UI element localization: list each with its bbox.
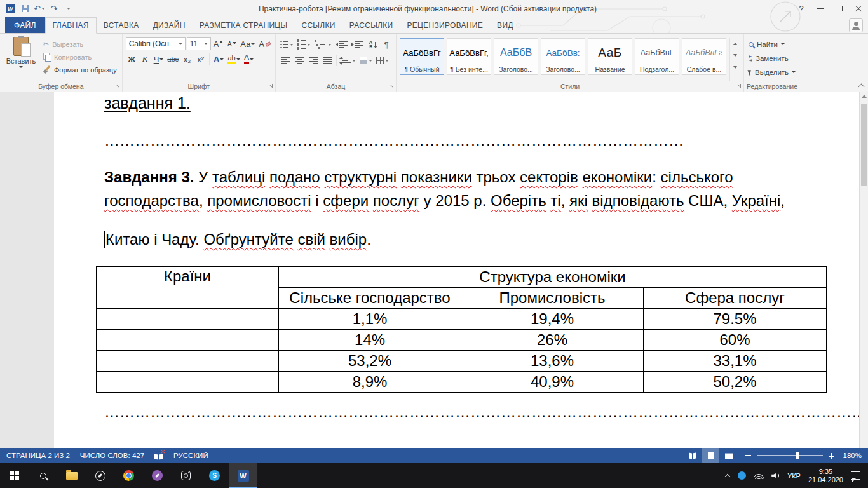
table-cell[interactable]: 40,9% [461, 372, 644, 393]
font-dialog-launcher[interactable] [268, 83, 274, 90]
word-app-icon[interactable]: W [3, 2, 17, 16]
table-header-cell[interactable]: Країни [97, 267, 279, 309]
tray-app-icon[interactable] [738, 471, 746, 480]
align-center-button[interactable] [293, 54, 306, 67]
table-cell[interactable]: 60% [644, 330, 827, 351]
sort-button[interactable]: АЯ [366, 38, 379, 51]
strikethrough-button[interactable]: abc [166, 53, 180, 65]
superscript-button[interactable]: x² [194, 53, 207, 65]
volume-icon[interactable] [771, 472, 780, 480]
style-tile[interactable]: АаБбВвГПодзагол... [635, 38, 679, 75]
read-mode-button[interactable] [684, 448, 700, 463]
highlight-color-button[interactable]: ab [226, 53, 241, 65]
grow-font-button[interactable]: А [212, 37, 225, 50]
change-case-button[interactable]: Аа [239, 37, 256, 50]
redo-button[interactable]: ↷ [47, 2, 61, 16]
decrease-indent-button[interactable] [334, 38, 349, 51]
styles-scroll-down-button[interactable] [730, 50, 740, 61]
language-indicator[interactable]: РУССКИЙ [173, 452, 208, 459]
print-layout-button[interactable] [702, 448, 719, 463]
word-taskbar-button[interactable]: W [229, 463, 257, 488]
italic-button[interactable]: К [139, 53, 151, 65]
hidden-icons-chevron[interactable] [725, 473, 730, 478]
phone-app-button[interactable] [86, 463, 114, 488]
table-cell[interactable] [97, 309, 279, 330]
file-explorer-button[interactable] [57, 463, 86, 488]
text-effects-button[interactable]: А [212, 53, 225, 65]
qat-customize-button[interactable] [62, 2, 76, 16]
numbering-button[interactable] [296, 38, 312, 51]
font-size-select[interactable]: 11 [187, 37, 211, 50]
scroll-up-arrow[interactable] [862, 95, 867, 98]
styles-dialog-launcher[interactable] [736, 83, 742, 90]
style-tile[interactable]: АаБНазвание [588, 38, 632, 75]
align-left-button[interactable] [279, 54, 292, 67]
shading-button[interactable] [358, 54, 374, 67]
help-button[interactable]: ? [792, 0, 811, 17]
ribbon-tab-дизайн[interactable]: ДИЗАЙН [146, 17, 193, 33]
style-tile[interactable]: АаБбВвГгСлабое в... [682, 38, 726, 75]
zoom-in-button[interactable] [829, 453, 834, 459]
instagram-button[interactable] [172, 463, 200, 488]
bullets-button[interactable] [279, 38, 295, 51]
minimize-button[interactable] [811, 0, 830, 17]
clock[interactable]: 9:35 21.04.2020 [808, 468, 843, 484]
maximize-button[interactable] [830, 0, 849, 17]
style-tile[interactable]: АаБбВвГг,¶ Без инте... [447, 38, 491, 75]
table-cell[interactable]: 14% [279, 330, 461, 351]
find-button[interactable]: Найти [747, 38, 797, 50]
table-header-cell[interactable]: Промисловість [461, 288, 644, 309]
subscript-button[interactable]: x₂ [181, 53, 193, 65]
clear-formatting-button[interactable]: А [257, 37, 272, 50]
undo-button[interactable]: ↶ [32, 2, 46, 16]
paragraph-dialog-launcher[interactable] [388, 83, 395, 90]
zoom-level[interactable]: 180% [840, 452, 862, 459]
bold-button[interactable]: Ж [126, 53, 138, 65]
table-header-cell[interactable]: Структура економіки [279, 267, 827, 288]
web-layout-button[interactable] [721, 448, 737, 463]
close-button[interactable] [849, 0, 868, 17]
ribbon-tab-файл[interactable]: ФАЙЛ [5, 17, 45, 33]
borders-button[interactable] [375, 54, 390, 67]
font-family-select[interactable]: Calibri (Осн [126, 37, 186, 50]
table-cell[interactable]: 1,1% [279, 309, 461, 330]
table-header-cell[interactable]: Сфера послуг [644, 288, 827, 309]
ribbon-tab-рецензирование[interactable]: РЕЦЕНЗИРОВАНИЕ [400, 17, 490, 33]
word-count[interactable]: ЧИСЛО СЛОВ: 427 [80, 452, 144, 459]
table-header-cell[interactable]: Сільське господарство [279, 288, 461, 309]
language-switcher[interactable]: УКР [787, 472, 801, 480]
table-cell[interactable]: 26% [461, 330, 644, 351]
ribbon-tab-вставка[interactable]: ВСТАВКА [97, 17, 146, 33]
style-tile[interactable]: АаБбВвГг¶ Обычный [400, 38, 444, 75]
sign-in-icon[interactable] [849, 18, 863, 32]
zoom-slider[interactable] [757, 455, 823, 456]
replace-button[interactable]: Заменить [747, 52, 797, 64]
zoom-slider-thumb[interactable] [796, 452, 799, 459]
copy-button[interactable]: Копировать [41, 51, 119, 63]
table-cell[interactable]: 33,1% [644, 351, 827, 372]
table-cell[interactable] [97, 372, 279, 393]
format-painter-button[interactable]: Формат по образцу [41, 64, 119, 76]
table-cell[interactable]: 8,9% [279, 372, 461, 393]
clipboard-dialog-launcher[interactable] [114, 83, 121, 90]
align-right-button[interactable] [307, 54, 320, 67]
shrink-font-button[interactable]: А [226, 37, 238, 50]
ribbon-tab-главная[interactable]: ГЛАВНАЯ [45, 17, 97, 34]
viber-button[interactable] [143, 463, 172, 488]
table-cell[interactable]: 50,2% [644, 372, 827, 393]
skype-button[interactable]: S [200, 463, 229, 488]
increase-indent-button[interactable] [350, 38, 365, 51]
chrome-button[interactable] [114, 463, 143, 488]
zoom-out-button[interactable] [745, 455, 751, 456]
action-center-icon[interactable] [851, 471, 860, 480]
table-cell[interactable]: 19,4% [461, 309, 644, 330]
table-cell[interactable] [97, 351, 279, 372]
multilevel-list-button[interactable] [313, 38, 334, 51]
show-paragraph-marks-button[interactable]: ¶ [380, 38, 393, 51]
proofing-errors-button[interactable] [154, 452, 163, 459]
save-button[interactable] [18, 2, 32, 16]
scrollbar-thumb[interactable] [861, 104, 867, 186]
ribbon-tab-разметка-страницы[interactable]: РАЗМЕТКА СТРАНИЦЫ [193, 17, 295, 33]
start-button[interactable] [0, 463, 29, 488]
collapse-ribbon-button[interactable] [858, 83, 864, 88]
